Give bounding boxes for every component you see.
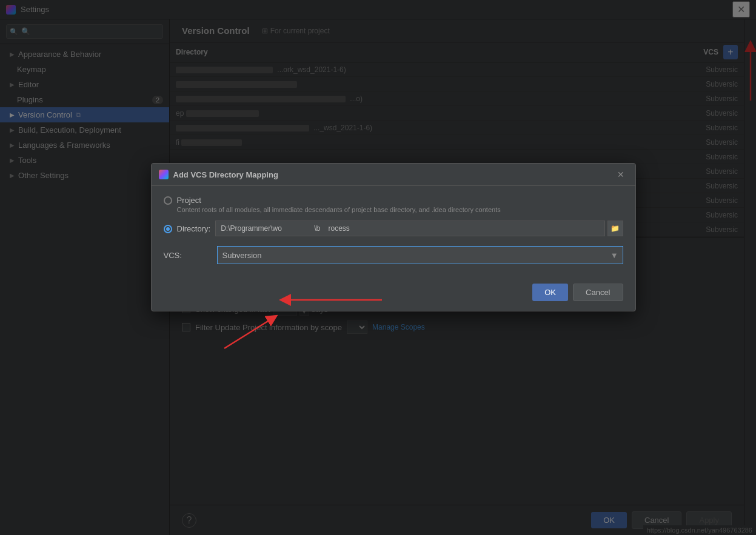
settings-window: Settings ✕ 🔍 ▶ Appearance & Behavior Key…	[0, 0, 756, 535]
vcs-label: VCS:	[164, 251, 212, 260]
vcs-select-row: VCS: Subversion Git Mercurial None ▼	[164, 246, 623, 264]
modal-title-bar: Add VCS Directory Mapping ✕	[152, 164, 635, 186]
modal-title: Add VCS Directory Mapping	[173, 170, 614, 179]
directory-label: Directory:	[177, 224, 211, 233]
svg-line-5	[224, 318, 273, 348]
directory-radio[interactable]	[164, 225, 172, 233]
project-radio-content: Project Content roots of all modules, al…	[177, 196, 501, 213]
modal-icon	[159, 170, 169, 179]
project-radio-desc: Content roots of all modules, all immedi…	[177, 206, 501, 213]
arrow-vcs	[224, 312, 346, 361]
directory-input[interactable]	[215, 221, 604, 236]
modal-overlay: Add VCS Directory Mapping ✕ Project Cont…	[0, 0, 756, 535]
modal-cancel-button[interactable]: Cancel	[573, 284, 623, 301]
modal-footer: OK Cancel	[152, 279, 635, 311]
modal-body: Project Content roots of all modules, al…	[152, 186, 635, 279]
directory-row: Directory: 📁	[164, 221, 623, 236]
modal-ok-button[interactable]: OK	[532, 284, 568, 301]
project-radio[interactable]	[164, 196, 172, 205]
modal-close-button[interactable]: ✕	[614, 168, 628, 181]
project-radio-row: Project Content roots of all modules, al…	[164, 196, 623, 213]
vcs-select-wrapper: Subversion Git Mercurial None ▼	[217, 246, 623, 264]
add-vcs-dialog: Add VCS Directory Mapping ✕ Project Cont…	[151, 163, 636, 311]
project-radio-label: Project	[177, 196, 501, 205]
vcs-select[interactable]: Subversion Git Mercurial None	[217, 246, 623, 264]
browse-button[interactable]: 📁	[607, 221, 623, 236]
